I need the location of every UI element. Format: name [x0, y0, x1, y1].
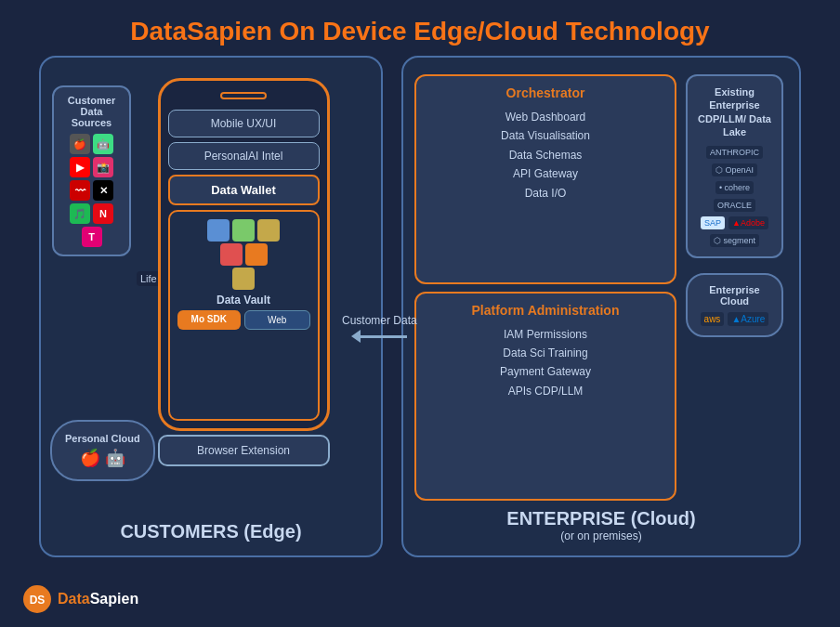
brand-logos: ANTHROPIC ⬡ OpenAI • cohere ORACLE SAP	[695, 146, 774, 247]
hex-row-1	[207, 219, 280, 242]
enterprise-sublabel: (or on premises)	[414, 529, 788, 542]
personal-cloud: Personal Cloud 🍎 🤖	[50, 420, 155, 481]
hex-green	[232, 219, 255, 242]
hex-red	[220, 243, 243, 266]
hex-yellow2	[232, 268, 255, 290]
phone-mockup: Mobile UX/UI PersonalAI Intel Data Walle…	[158, 78, 330, 431]
aws-logo: aws	[701, 312, 725, 326]
orch-item-1: Web Dashboard	[429, 108, 662, 126]
enterprise-inner: Orchestrator Web Dashboard Data Visualis…	[414, 74, 788, 501]
orch-item-3: Data Schemas	[429, 146, 662, 164]
data-sources-title: Customer Data Sources	[63, 95, 120, 128]
mobile-ux-btn: Mobile UX/UI	[168, 110, 320, 137]
plat-item-3: Payment Gateway	[429, 362, 662, 381]
datasapien-logo-icon: DS	[22, 584, 52, 614]
platform-title: Platform Administration	[429, 303, 662, 318]
enterprise-label: ENTERPRISE (Cloud)	[414, 508, 788, 529]
existing-cdp-box: Existing Enterprise CDP/LLM/ Data Lake A…	[686, 74, 783, 258]
personal-cloud-label: Personal Cloud	[65, 433, 140, 444]
data-wallet-btn: Data Wallet	[168, 175, 320, 205]
plat-item-1: IAM Permissions	[429, 325, 662, 344]
apple-icon: 🍎	[70, 134, 90, 154]
logo-sapien: Sapien	[90, 591, 138, 607]
hex-blue	[207, 219, 230, 242]
brand-row-2: ⬡ OpenAI	[712, 163, 757, 176]
azure-logo: ▲Azure	[728, 312, 768, 326]
browser-ext: Browser Extension	[158, 435, 330, 466]
hex-orange	[245, 243, 268, 266]
brand-row-4: ORACLE	[714, 199, 755, 212]
enterprise-labels: ENTERPRISE (Cloud) (or on premises)	[414, 501, 788, 544]
oracle-logo: ORACLE	[714, 199, 755, 212]
personalai-btn: PersonalAI Intel	[168, 142, 320, 170]
data-vault-label: Data Vault	[177, 294, 310, 307]
sdk-btn: Mo SDK	[177, 310, 242, 330]
main-title: DataSapien On Device Edge/Cloud Technolo…	[0, 0, 840, 56]
orchestrator-items: Web Dashboard Data Visualisation Data Sc…	[429, 108, 662, 202]
cloud-shape: Personal Cloud 🍎 🤖	[50, 420, 155, 481]
twitter-icon: ✕	[93, 180, 113, 201]
enterprise-panels: Orchestrator Web Dashboard Data Visualis…	[414, 74, 676, 501]
datasapien-logo: DS DataSapien	[22, 584, 138, 614]
adobe-logo: ▲Adobe	[728, 216, 768, 229]
web-btn: Web	[244, 310, 310, 330]
orchestrator-title: Orchestrator	[429, 85, 662, 100]
brand-row-6: ⬡ segment	[710, 234, 759, 247]
tmobile-icon: T	[82, 227, 102, 247]
sap-logo: SAP	[701, 216, 725, 229]
hex-row-3	[232, 268, 255, 290]
enterprise-cloud-box: Enterprise Cloud aws ▲Azure	[686, 273, 783, 337]
arrow-shaft	[361, 335, 407, 338]
platform-items: IAM Permissions Data Sci Training Paymen…	[429, 325, 662, 401]
brand-row-3: • cohere	[715, 181, 754, 194]
plat-item-2: Data Sci Training	[429, 344, 662, 362]
enterprise-cloud-title: Enterprise Cloud	[695, 284, 774, 307]
orch-item-5: Data I/O	[429, 184, 662, 202]
platform-panel: Platform Administration IAM Permissions …	[414, 292, 676, 502]
customer-data-arrow-area: Customer Data	[342, 314, 417, 343]
youtube-icon: ▶	[70, 157, 90, 177]
stripe-icon: 〰	[70, 180, 90, 201]
enterprise-section: Orchestrator Web Dashboard Data Visualis…	[401, 56, 801, 557]
anthropic-logo: ANTHROPIC	[706, 146, 763, 159]
cloud-brand-logos: aws ▲Azure	[695, 312, 774, 326]
logo-text: DataSapien	[58, 591, 138, 607]
phone-notch	[220, 92, 267, 99]
customers-label: CUSTOMERS (Edge)	[120, 521, 301, 542]
netflix-icon: N	[93, 203, 113, 224]
hex-row-2	[220, 243, 268, 266]
orch-item-4: API Gateway	[429, 164, 662, 183]
orch-item-2: Data Visualisation	[429, 126, 662, 145]
arrow-visual	[351, 330, 407, 343]
openai-logo: ⬡ OpenAI	[712, 163, 757, 176]
android-icon: 🤖	[93, 134, 113, 154]
cloud-inner: Enterprise Cloud aws ▲Azure	[686, 273, 783, 337]
orchestrator-panel: Orchestrator Web Dashboard Data Visualis…	[414, 74, 676, 284]
customers-section: Customer Data Sources 🍎 🤖 ▶ 📸 〰 ✕ 🎵 N T …	[39, 56, 383, 557]
honeycomb	[177, 219, 310, 290]
source-icons: 🍎 🤖 ▶ 📸 〰 ✕ 🎵 N T	[63, 134, 120, 247]
logo-data: Data	[58, 591, 90, 607]
svg-text:DS: DS	[30, 594, 46, 607]
brand-row-1: ANTHROPIC	[706, 146, 763, 159]
plat-item-4: APIs CDP/LLM	[429, 382, 662, 400]
sdk-buttons: Mo SDK Web	[177, 310, 310, 330]
arrow-head	[351, 330, 361, 343]
right-col: Existing Enterprise CDP/LLM/ Data Lake A…	[686, 74, 788, 501]
instagram-icon: 📸	[93, 157, 113, 177]
segment-logo: ⬡ segment	[710, 234, 759, 247]
data-vault-area: Data Vault Mo SDK Web	[168, 210, 320, 421]
brand-row-5: SAP ▲Adobe	[701, 216, 768, 229]
cohere-logo: • cohere	[715, 181, 754, 194]
cdp-title: Existing Enterprise CDP/LLM/ Data Lake	[695, 85, 774, 138]
hex-yellow	[257, 219, 280, 242]
customer-data-label: Customer Data	[342, 314, 417, 327]
spotify-icon: 🎵	[70, 203, 90, 224]
data-sources-box: Customer Data Sources 🍎 🤖 ▶ 📸 〰 ✕ 🎵 N T	[52, 85, 131, 256]
cloud-icons: 🍎 🤖	[65, 448, 140, 468]
